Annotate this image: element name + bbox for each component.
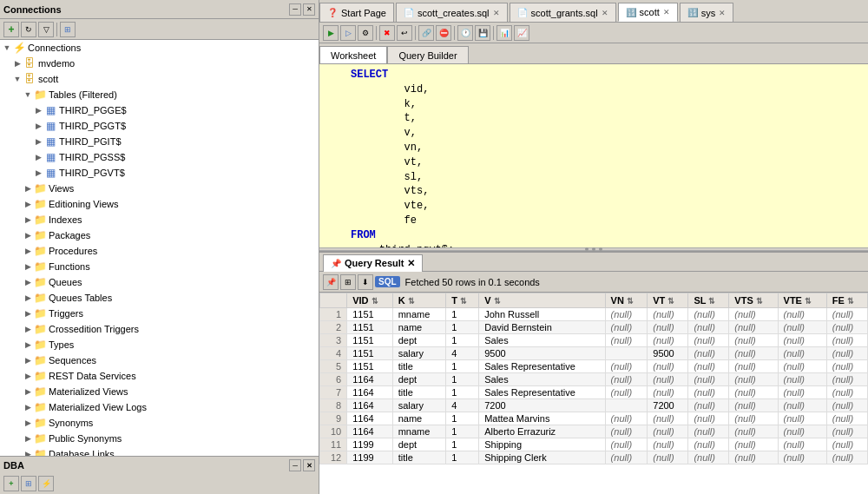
- add-connection-btn[interactable]: +: [3, 22, 19, 37]
- dba-icon2-btn[interactable]: ⚡: [38, 476, 54, 491]
- tree-item-THIRD_PGGT[interactable]: ▶ ▦ THIRD_PGGT$: [0, 118, 319, 134]
- start-page-icon: ❓: [327, 8, 338, 17]
- table-cell: 1: [446, 412, 479, 425]
- table-cell: (null): [688, 425, 729, 438]
- tab-scott-creates[interactable]: 📄 scott_creates.sql ✕: [396, 3, 508, 22]
- result-table-container[interactable]: VID ⇅ K ⇅ T ⇅ V ⇅ VN ⇅ VT ⇅ SL ⇅ VTS ⇅ V…: [319, 293, 868, 494]
- filter-btn[interactable]: ▽: [38, 22, 54, 37]
- expand-icon: ▶: [33, 121, 43, 131]
- tree-item-rest-data-services[interactable]: ▶ 📁 REST Data Services: [0, 368, 319, 384]
- cancel-btn[interactable]: ✖: [379, 25, 395, 41]
- tree-item-materialized-views[interactable]: ▶ 📁 Materialized Views: [0, 384, 319, 399]
- col-header-vt[interactable]: VT ⇅: [648, 293, 688, 308]
- table-cell: 7: [320, 386, 347, 399]
- tab-close-btn[interactable]: ✕: [719, 9, 726, 17]
- col-header-fe[interactable]: FE ⇅: [826, 293, 867, 308]
- table-cell: 1: [446, 438, 479, 451]
- tree-container[interactable]: ▼ ⚡ Connections ▶ 🗄 mvdemo ▼ 🗄 scott ▼ 📁…: [0, 40, 319, 456]
- tree-item-THIRD_PGVT[interactable]: ▶ ▦ THIRD_PGVT$: [0, 165, 319, 181]
- tree-item-THIRD_PGIT[interactable]: ▶ ▦ THIRD_PGIT$: [0, 134, 319, 149]
- tab-close-btn[interactable]: ✕: [493, 9, 500, 17]
- close-panel-btn[interactable]: ✕: [303, 3, 315, 16]
- tree-item-types[interactable]: ▶ 📁 Types: [0, 337, 319, 352]
- tree-item-connections[interactable]: ▼ ⚡ Connections: [0, 40, 319, 56]
- tab-close-btn[interactable]: ✕: [663, 8, 670, 16]
- run-script-btn[interactable]: ▷: [340, 25, 356, 41]
- dba-close-btn[interactable]: ✕: [303, 459, 315, 471]
- tree-item-triggers[interactable]: ▶ 📁 Triggers: [0, 306, 319, 321]
- table-cell: salary: [392, 399, 445, 412]
- tab-sys-ws[interactable]: 🔢 sys ✕: [680, 3, 734, 22]
- col-header-vid[interactable]: VID ⇅: [347, 293, 392, 308]
- tab-scott-grants[interactable]: 📄 scott_grants.sql ✕: [510, 3, 616, 22]
- col-header-vn[interactable]: VN ⇅: [605, 293, 648, 308]
- schema-browser-btn[interactable]: ⊞: [60, 22, 76, 37]
- autotrace-btn[interactable]: 📈: [514, 25, 529, 41]
- table-cell: 1164: [347, 399, 392, 412]
- save-btn[interactable]: 💾: [475, 25, 490, 41]
- sql-badge: SQL: [375, 276, 400, 287]
- tree-item-database-links[interactable]: ▶ 📁 Database Links: [0, 446, 319, 456]
- tree-item-THIRD_PGGE[interactable]: ▶ ▦ THIRD_PGGE$: [0, 102, 319, 118]
- connection-toolbar: + ↻ ▽ ⊞: [0, 19, 319, 40]
- col-header-sl[interactable]: SL ⇅: [688, 293, 729, 308]
- col-header-t[interactable]: T ⇅: [446, 293, 479, 308]
- tree-item-synonyms[interactable]: ▶ 📁 Synonyms: [0, 415, 319, 431]
- tree-item-mvdemo[interactable]: ▶ 🗄 mvdemo: [0, 56, 319, 71]
- left-panel: Connections ─ ✕ + ↻ ▽ ⊞ ▼ ⚡ Connections: [0, 0, 319, 494]
- commit-btn[interactable]: ⚙: [358, 25, 373, 41]
- tree-item-views[interactable]: ▶ 📁 Views: [0, 181, 319, 196]
- tree-item-queues[interactable]: ▶ 📁 Queues: [0, 274, 319, 290]
- dba-minimize-btn[interactable]: ─: [289, 459, 301, 471]
- col-header-k[interactable]: K ⇅: [392, 293, 445, 308]
- folder-icon: 📁: [33, 400, 47, 414]
- connect-btn[interactable]: 🔗: [418, 25, 434, 41]
- table-cell: (null): [826, 438, 867, 451]
- col-header-num[interactable]: [320, 293, 347, 308]
- result-tab[interactable]: 📌 Query Result ✕: [323, 254, 423, 272]
- tree-item-packages[interactable]: ▶ 📁 Packages: [0, 227, 319, 243]
- tab-scott-ws[interactable]: 🔢 scott ✕: [618, 3, 678, 22]
- result-export-btn[interactable]: ⬇: [358, 274, 373, 290]
- tree-item-editioning-views[interactable]: ▶ 📁 Editioning Views: [0, 196, 319, 212]
- col-header-v[interactable]: V ⇅: [479, 293, 605, 308]
- tree-item-queues-tables[interactable]: ▶ 📁 Queues Tables: [0, 290, 319, 306]
- tree-item-tables-filtered[interactable]: ▼ 📁 Tables (Filtered): [0, 87, 319, 102]
- tree-item-procedures[interactable]: ▶ 📁 Procedures: [0, 243, 319, 259]
- result-refresh-btn[interactable]: ⊞: [340, 274, 356, 290]
- table-cell: 1: [446, 308, 479, 321]
- editor-area[interactable]: SELECT vid, k, t, v, vn, vt, sl, vts, vt…: [319, 64, 868, 247]
- result-close-btn[interactable]: ✕: [407, 258, 415, 269]
- minimize-btn[interactable]: ─: [289, 3, 301, 16]
- tab-close-btn[interactable]: ✕: [602, 9, 608, 17]
- history-btn[interactable]: 🕐: [457, 25, 473, 41]
- tree-item-public-synonyms[interactable]: ▶ 📁 Public Synonyms: [0, 431, 319, 446]
- table-cell: (null): [688, 451, 729, 464]
- dba-icon1-btn[interactable]: ⊞: [21, 476, 36, 491]
- sql-line: k,: [326, 97, 861, 112]
- tree-item-sequences[interactable]: ▶ 📁 Sequences: [0, 352, 319, 368]
- table-cell: (null): [778, 321, 826, 334]
- disconnect-btn[interactable]: ⛔: [436, 25, 451, 41]
- tree-item-indexes[interactable]: ▶ 📁 Indexes: [0, 212, 319, 227]
- dba-add-btn[interactable]: +: [3, 476, 19, 491]
- run-btn[interactable]: ▶: [323, 25, 339, 41]
- rollback-btn[interactable]: ↩: [397, 25, 412, 41]
- tree-item-functions[interactable]: ▶ 📁 Functions: [0, 259, 319, 274]
- col-header-vts[interactable]: VTS ⇅: [729, 293, 778, 308]
- tree-item-THIRD_PGSS[interactable]: ▶ ▦ THIRD_PGSS$: [0, 149, 319, 165]
- tab-worksheet[interactable]: Worksheet: [319, 46, 387, 63]
- refresh-btn[interactable]: ↻: [21, 22, 36, 37]
- tab-query-builder[interactable]: Query Builder: [387, 46, 468, 63]
- tree-item-materialized-view-logs[interactable]: ▶ 📁 Materialized View Logs: [0, 399, 319, 415]
- col-header-vte[interactable]: VTE ⇅: [778, 293, 826, 308]
- tree-item-crossedition-triggers[interactable]: ▶ 📁 Crossedition Triggers: [0, 321, 319, 337]
- tab-start-page[interactable]: ❓ Start Page: [319, 3, 394, 22]
- tree-label: THIRD_PGSS$: [59, 152, 125, 162]
- result-pin-btn[interactable]: 📌: [323, 274, 339, 290]
- table-cell: (null): [729, 334, 778, 347]
- explain-btn[interactable]: 📊: [496, 25, 512, 41]
- sql-file-icon: 📄: [517, 8, 528, 17]
- tree-item-scott[interactable]: ▼ 🗄 scott: [0, 71, 319, 87]
- table-cell: (null): [778, 386, 826, 399]
